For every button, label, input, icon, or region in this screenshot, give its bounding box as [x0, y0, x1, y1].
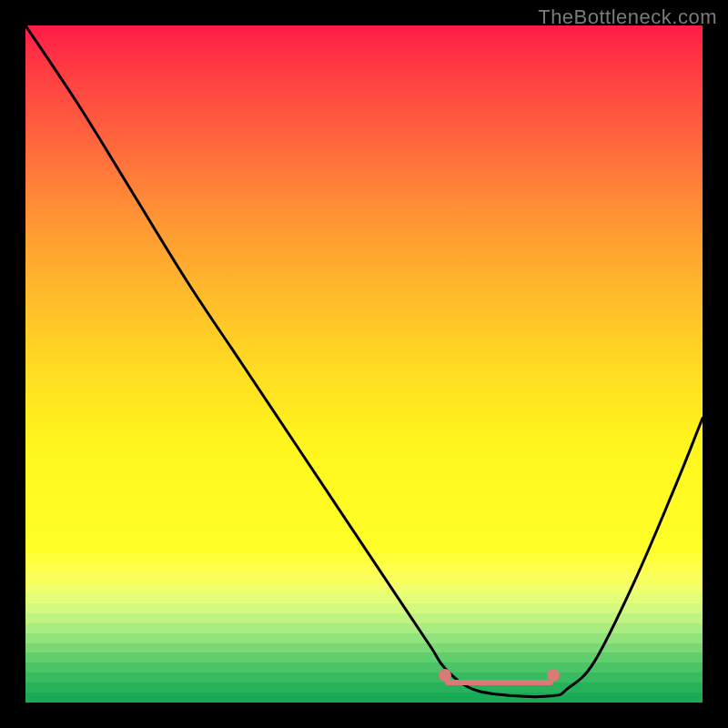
optimal-range-bar	[445, 680, 553, 685]
optimal-range-marker-right	[547, 669, 560, 682]
bottleneck-curve	[25, 25, 703, 703]
watermark-text: TheBottleneck.com	[538, 5, 717, 29]
optimal-range-marker-left	[439, 669, 451, 682]
plot-area	[25, 25, 703, 703]
